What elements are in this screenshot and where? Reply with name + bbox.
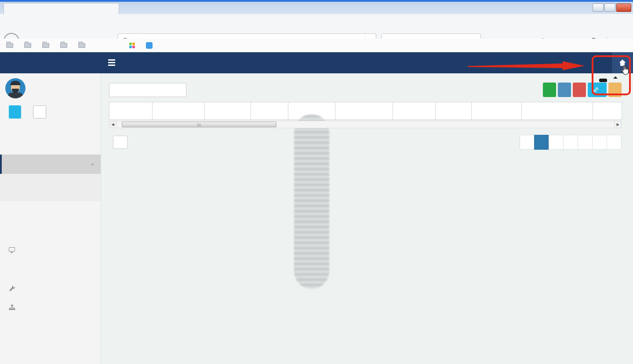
submenu-product-device [0, 174, 101, 201]
records-info [109, 136, 131, 149]
bookmark-ys7[interactable] [129, 43, 138, 48]
col-customer[interactable] [205, 102, 251, 120]
big-data-center-button[interactable] [612, 52, 633, 73]
chevron-down-icon: ‹ [88, 163, 95, 166]
window-controls [593, 4, 631, 12]
sidebar-item-product-management[interactable] [0, 174, 101, 187]
scrollbar-thumb[interactable] [122, 122, 276, 127]
privacy-blur-overlay [294, 114, 329, 289]
link-icon [593, 87, 599, 93]
sidebar-item-sms[interactable] [0, 336, 101, 356]
folder-icon [6, 43, 13, 48]
user-buttons [9, 105, 101, 119]
col-device-id[interactable] [109, 102, 153, 120]
scrollbar-track[interactable] [116, 121, 614, 128]
col-owner[interactable] [251, 102, 288, 120]
sidebar-item-configuration[interactable] [0, 220, 101, 240]
force-sync-button[interactable] [608, 83, 622, 97]
bookmarks-bar [0, 39, 633, 52]
sidebar-item-product-device[interactable]: ‹ [0, 155, 101, 174]
browser-titlebar [0, 0, 633, 14]
sidebar-item-maintenance[interactable] [0, 278, 101, 298]
col-device-name[interactable] [153, 102, 205, 120]
restore-button[interactable] [604, 4, 615, 12]
bookmark-folder-work[interactable] [24, 43, 34, 48]
device-table [109, 102, 622, 120]
page-1-button[interactable] [534, 135, 549, 150]
device-table-wrap: ◀ ▶ [109, 102, 622, 150]
sidebar-item-gateway[interactable] [0, 201, 101, 220]
folder-icon [24, 43, 31, 48]
action-buttons [543, 83, 622, 97]
arrow-square-icon [146, 42, 153, 49]
iot-admin-app: ‹ [0, 52, 633, 364]
avatar[interactable] [5, 78, 25, 98]
sidebar-item-video[interactable] [0, 240, 101, 259]
col-comm-type[interactable] [593, 102, 622, 120]
sidebar-item-linkage[interactable] [0, 298, 101, 317]
sidebar-item-device-management[interactable] [0, 187, 101, 201]
table-toolbar [109, 83, 622, 97]
sidebar-item-system-overview[interactable] [0, 135, 101, 155]
page-next-button[interactable] [607, 135, 622, 150]
add-button[interactable] [543, 83, 556, 97]
col-plc-brand[interactable] [436, 102, 472, 120]
change-password-button[interactable] [9, 105, 21, 119]
folder-icon [60, 43, 67, 48]
minimize-button[interactable] [593, 4, 604, 12]
page-4-button[interactable] [578, 135, 593, 150]
bookmark-folder-study[interactable] [42, 43, 52, 48]
monitor-icon [9, 247, 21, 252]
device-search-input[interactable] [109, 83, 186, 97]
browser-toolbar [0, 14, 633, 39]
col-protocol[interactable] [522, 102, 593, 120]
table-header-row [109, 102, 622, 120]
table-footer [109, 135, 622, 150]
edit-button[interactable] [558, 83, 571, 97]
col-plc-series[interactable] [472, 102, 522, 120]
bookmark-folder-other[interactable] [6, 43, 16, 48]
page-3-button[interactable] [563, 135, 578, 150]
page-prev-button[interactable] [520, 135, 535, 150]
sidebar-item-notifications[interactable] [0, 317, 101, 336]
bookmark-folder-life[interactable] [60, 43, 70, 48]
scroll-left-arrow[interactable]: ◀ [109, 121, 116, 128]
sidebar-item-fault[interactable] [0, 259, 101, 278]
logout-button[interactable] [33, 105, 46, 119]
delete-button[interactable] [573, 83, 586, 97]
sitemap-icon [9, 304, 21, 310]
bookmark-folder-misc[interactable] [78, 43, 88, 48]
colored-dots-icon [129, 43, 135, 48]
main-content: ◀ ▶ [101, 73, 633, 364]
sidebar-toggle-icon[interactable] [108, 59, 115, 61]
col-product-category[interactable] [393, 102, 436, 120]
folder-icon [78, 43, 85, 48]
sidebar-menu: ‹ [0, 135, 101, 356]
close-button[interactable] [616, 4, 631, 12]
scroll-right-arrow[interactable]: ▶ [614, 121, 622, 128]
bind-gateway-button[interactable] [588, 83, 607, 97]
app-header-bar [0, 52, 633, 73]
bookmark-xsy[interactable] [146, 42, 155, 49]
sidebar: ‹ [0, 73, 101, 364]
page-5-button[interactable] [592, 135, 607, 150]
home-arrow-icon [618, 58, 627, 67]
page-size-select[interactable] [113, 136, 127, 149]
wrench-icon [9, 285, 21, 292]
user-card [0, 73, 101, 98]
big-data-center-tooltip [599, 79, 607, 82]
pagination [520, 135, 622, 150]
folder-icon [42, 43, 49, 48]
col-product-name[interactable] [335, 102, 393, 120]
horizontal-scrollbar: ◀ ▶ [109, 121, 622, 128]
screen: ‹ [0, 0, 633, 364]
page-2-button[interactable] [549, 135, 564, 150]
